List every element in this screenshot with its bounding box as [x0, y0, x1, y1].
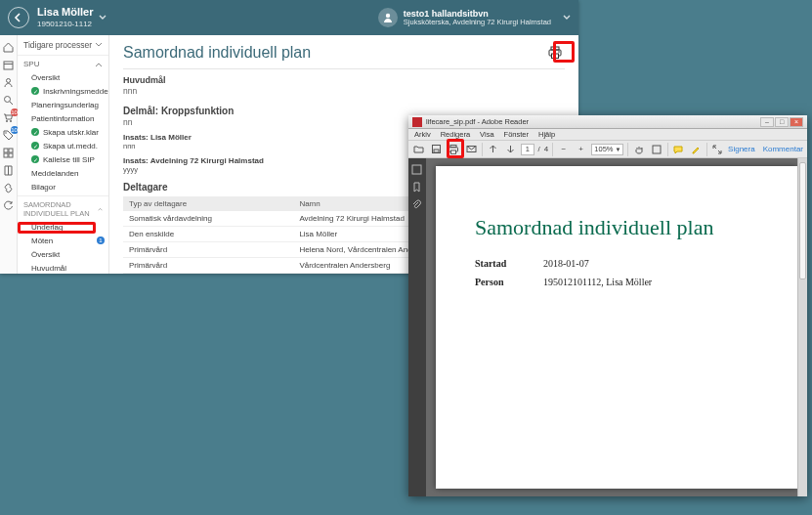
bookmark-icon[interactable] — [411, 182, 423, 193]
sidebar-item-planering[interactable]: Planeringsunderlag — [18, 98, 108, 111]
close-button[interactable]: × — [790, 117, 803, 127]
page-title: Samordnad individuell plan — [123, 44, 311, 62]
person-icon[interactable] — [3, 76, 15, 88]
sidebar-sip-header[interactable]: SAMORDNAD INDIVIDUELL PLAN — [18, 195, 108, 220]
print-button-pdf[interactable] — [447, 143, 460, 156]
divider — [123, 68, 565, 69]
sidebar-sip-moten[interactable]: Möten1 — [18, 234, 108, 247]
minimize-button[interactable]: – — [760, 117, 774, 127]
sidebar-label: Tidigare processer — [23, 40, 92, 50]
mail-icon — [466, 144, 477, 154]
sidebar-item-utskrklar[interactable]: ✓Skapa utskr.klar — [18, 125, 108, 139]
separator — [627, 143, 628, 156]
thumbnails-icon[interactable] — [411, 164, 423, 176]
svg-point-3 — [7, 78, 11, 82]
print-button[interactable] — [545, 43, 565, 63]
scrollbar-thumb[interactable] — [799, 162, 806, 279]
row1-val: 2018-01-07 — [543, 258, 589, 269]
save-icon — [431, 144, 442, 154]
marker-icon — [691, 145, 701, 154]
chevron-down-icon — [99, 14, 107, 21]
highlight-tool[interactable] — [689, 143, 703, 156]
pdf-reader-window: lifecare_sip.pdf - Adobe Reader – □ × Ar… — [408, 115, 807, 496]
page-down-button[interactable] — [503, 143, 517, 156]
svg-rect-18 — [434, 150, 439, 152]
zoom-out-button[interactable]: − — [557, 143, 571, 156]
open-button[interactable] — [412, 143, 426, 156]
mail-button[interactable] — [464, 143, 478, 156]
current-user[interactable]: testo1 hallandsitbvn Sjuksköterska, Avde… — [378, 8, 571, 27]
check-icon: ✓ — [31, 142, 39, 150]
sidebar-item-bilagor[interactable]: Bilagor — [18, 180, 108, 193]
book-icon[interactable] — [3, 164, 15, 176]
col-type: Typ av deltagare — [123, 196, 293, 211]
row2-key: Person — [475, 277, 543, 287]
sidebar-item-oversikt[interactable]: Översikt — [18, 70, 108, 84]
maximize-button[interactable]: □ — [775, 117, 789, 127]
separator — [482, 143, 483, 156]
home-icon[interactable] — [3, 41, 15, 53]
svg-point-6 — [6, 120, 8, 122]
sidebar-prev-processes[interactable]: Tidigare processer — [18, 35, 108, 56]
sidebar-sip-huvudmal[interactable]: Huvudmål — [18, 261, 108, 274]
hand-tool-button[interactable] — [632, 143, 646, 156]
page-input[interactable]: 1 — [521, 144, 534, 155]
chevron-up-icon — [95, 61, 103, 68]
svg-point-4 — [5, 96, 11, 102]
sidebar-sip-oversikt[interactable]: Översikt — [18, 247, 108, 261]
read-mode-button[interactable] — [710, 143, 724, 156]
svg-rect-11 — [4, 153, 8, 157]
arrow-down-icon — [506, 145, 515, 153]
page-up-button[interactable] — [487, 143, 500, 156]
chevron-left-icon — [14, 13, 23, 22]
doc-title: Samordnad individuell plan — [475, 215, 758, 240]
zoom-in-button[interactable]: + — [575, 143, 588, 156]
pdf-viewport[interactable]: Samordnad individuell plan Startad 2018-… — [426, 158, 807, 496]
sidebar-item-inskrivning[interactable]: ✓Inskrivningsmeddelanden — [18, 84, 108, 98]
comment-link[interactable]: Kommentar — [763, 145, 803, 153]
svg-line-5 — [10, 102, 13, 105]
pdf-titlebar[interactable]: lifecare_sip.pdf - Adobe Reader – □ × — [408, 115, 807, 129]
check-icon: ✓ — [31, 128, 39, 136]
sidebar-label: SAMORDNAD INDIVIDUELL PLAN — [23, 200, 98, 218]
pdf-scrollbar[interactable] — [797, 158, 807, 496]
tag-icon[interactable]: 10 — [3, 129, 15, 141]
speech-icon — [673, 145, 683, 154]
svg-point-16 — [558, 51, 560, 53]
calendar-icon[interactable] — [3, 59, 15, 70]
link-icon[interactable] — [3, 182, 15, 193]
svg-point-0 — [386, 14, 390, 18]
menu-visa[interactable]: Visa — [480, 130, 493, 139]
cart-icon[interactable]: 10 — [3, 111, 15, 123]
svg-rect-12 — [9, 153, 13, 157]
patient-block[interactable]: Lisa Möller 19501210-1112 — [37, 6, 93, 29]
sidebar-item-kallelse[interactable]: ✓Kallelse till SIP — [18, 152, 108, 166]
refresh-icon[interactable] — [3, 199, 15, 211]
fit-button[interactable] — [650, 143, 663, 156]
grid-icon[interactable] — [3, 147, 15, 158]
sidebar-item-meddelanden[interactable]: Meddelanden — [18, 166, 108, 180]
menu-redigera[interactable]: Redigera — [441, 130, 470, 139]
comment-tool[interactable] — [671, 143, 685, 156]
pdf-side-rail — [408, 158, 426, 496]
menu-arkiv[interactable]: Arkiv — [414, 130, 431, 139]
save-button[interactable] — [430, 143, 444, 156]
zoom-select[interactable]: 105%▼ — [591, 144, 623, 155]
sidebar-item-utmedd[interactable]: ✓Skapa ut.medd. — [18, 139, 108, 152]
row2-val: 195012101112, Lisa Möller — [543, 277, 652, 287]
attachment-icon[interactable] — [411, 199, 423, 211]
arrow-up-icon — [489, 145, 497, 153]
search-icon[interactable] — [3, 94, 15, 106]
sidebar-sip-underlag[interactable]: Underlag — [18, 220, 108, 234]
sidebar-item-patientinfo[interactable]: Patientinformation — [18, 111, 108, 125]
sign-link[interactable]: Signera — [728, 145, 755, 153]
svg-rect-23 — [653, 146, 661, 153]
back-button[interactable] — [8, 7, 29, 28]
expand-icon — [712, 145, 722, 154]
separator — [667, 143, 668, 156]
adobe-icon — [412, 117, 422, 127]
sidebar-spu-group[interactable]: SPU — [18, 56, 108, 70]
menu-hjalp[interactable]: Hjälp — [538, 130, 555, 139]
svg-point-7 — [10, 120, 12, 122]
menu-fonster[interactable]: Fönster — [504, 130, 529, 139]
